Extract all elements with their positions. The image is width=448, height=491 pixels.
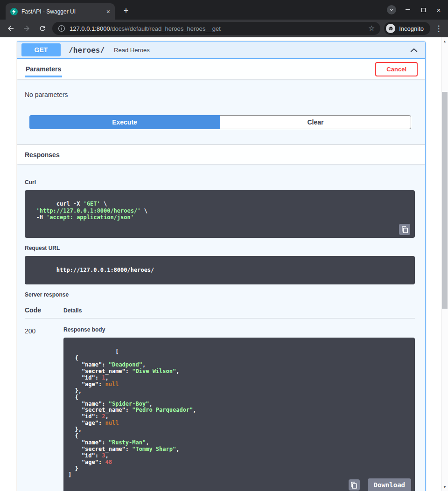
- table-header-row: Code Details: [25, 302, 415, 318]
- response-body-label: Response body: [63, 326, 415, 333]
- server-response-label: Server response: [25, 291, 415, 298]
- copy-response-button[interactable]: [349, 479, 360, 491]
- details-column-header: Details: [63, 307, 82, 314]
- maximize-button[interactable]: [420, 6, 427, 14]
- curl-code: curl -X 'GET' \ 'http://127.0.0.1:8000/h…: [29, 201, 147, 221]
- browser-tab[interactable]: FastAPI - Swagger UI ×: [6, 3, 115, 20]
- url-text: 127.0.0.1:8000/docs#/default/read_heroes…: [70, 25, 364, 32]
- url-host: 127.0.0.1:8000: [70, 25, 110, 32]
- status-code: 200: [25, 326, 63, 491]
- response-body-code: [ { "name": "Deadpond", "secret_name": "…: [68, 348, 196, 478]
- fastapi-favicon-icon: [10, 8, 18, 15]
- server-response-table: Code Details 200 Response body [ { "name…: [25, 302, 415, 491]
- tab-title: FastAPI - Swagger UI: [21, 8, 103, 15]
- scrollbar-down-arrow[interactable]: ▼: [441, 484, 448, 491]
- parameters-header: Parameters Cancel: [17, 59, 425, 79]
- incognito-badge: Incognito: [384, 22, 430, 35]
- curl-label: Curl: [25, 179, 415, 186]
- curl-command-block: curl -X 'GET' \ 'http://127.0.0.1:8000/h…: [25, 190, 415, 238]
- close-button[interactable]: ×: [435, 6, 442, 14]
- window-controls: ×: [387, 0, 442, 20]
- browser-toolbar: 127.0.0.1:8000/docs#/default/read_heroes…: [0, 20, 448, 37]
- code-column-header: Code: [25, 306, 63, 314]
- copy-curl-button[interactable]: [399, 224, 410, 235]
- minimize-button[interactable]: [404, 6, 412, 14]
- response-details: Response body [ { "name": "Deadpond", "s…: [63, 326, 415, 491]
- tab-search-button[interactable]: [387, 5, 396, 14]
- execute-wrapper: Execute Clear: [17, 115, 425, 129]
- swagger-page: GET /heroes/ Read Heroes Parameters Canc…: [0, 37, 441, 491]
- endpoint-path: /heroes/: [69, 46, 105, 55]
- forward-button[interactable]: [21, 22, 33, 35]
- incognito-label: Incognito: [399, 25, 424, 32]
- table-row: 200 Response body [ { "name": "Deadpond"…: [25, 326, 415, 491]
- tab-parameters: Parameters: [25, 61, 62, 77]
- response-body-block: [ { "name": "Deadpond", "secret_name": "…: [63, 338, 415, 491]
- endpoint-summary: Read Heroes: [114, 47, 150, 54]
- cancel-button[interactable]: Cancel: [375, 62, 418, 76]
- responses-body: Curl curl -X 'GET' \ 'http://127.0.0.1:8…: [17, 179, 425, 491]
- address-bar[interactable]: 127.0.0.1:8000/docs#/default/read_heroes…: [52, 22, 380, 35]
- bookmark-star-icon[interactable]: ☆: [368, 25, 375, 32]
- responses-header: Responses: [17, 145, 425, 164]
- reload-button[interactable]: [36, 22, 49, 35]
- browser-menu-button[interactable]: ⋮: [434, 24, 443, 34]
- request-url-code: http://127.0.0.1:8000/heroes/: [56, 267, 154, 273]
- clear-button[interactable]: Clear: [220, 115, 411, 129]
- opblock-header[interactable]: GET /heroes/ Read Heroes: [17, 41, 425, 59]
- incognito-icon: [386, 24, 395, 33]
- tab-strip: FastAPI - Swagger UI × + ×: [0, 0, 448, 20]
- request-url-block: http://127.0.0.1:8000/heroes/: [25, 256, 415, 284]
- response-body-controls: Download: [349, 478, 411, 491]
- request-url-label: Request URL: [25, 245, 415, 251]
- url-path: /docs#/default/read_heroes_heroes__get: [110, 25, 221, 32]
- site-info-icon[interactable]: [58, 25, 65, 32]
- back-button[interactable]: [5, 22, 17, 35]
- scrollbar-up-arrow[interactable]: ▲: [441, 38, 448, 45]
- download-button[interactable]: Download: [368, 478, 411, 491]
- browser-window: FastAPI - Swagger UI × + ×: [0, 0, 448, 37]
- no-parameters-text: No parameters: [17, 79, 425, 115]
- page-scrollbar[interactable]: ▲ ▼: [441, 37, 448, 491]
- opblock-get-heroes: GET /heroes/ Read Heroes Parameters Canc…: [17, 41, 426, 491]
- method-badge: GET: [21, 43, 61, 56]
- collapse-chevron-icon[interactable]: [409, 45, 419, 55]
- scrollbar-thumb[interactable]: [442, 92, 448, 309]
- execute-button[interactable]: Execute: [29, 115, 220, 129]
- tab-close-icon[interactable]: ×: [106, 8, 110, 15]
- responses-title: Responses: [25, 151, 60, 159]
- new-tab-button[interactable]: +: [120, 5, 132, 16]
